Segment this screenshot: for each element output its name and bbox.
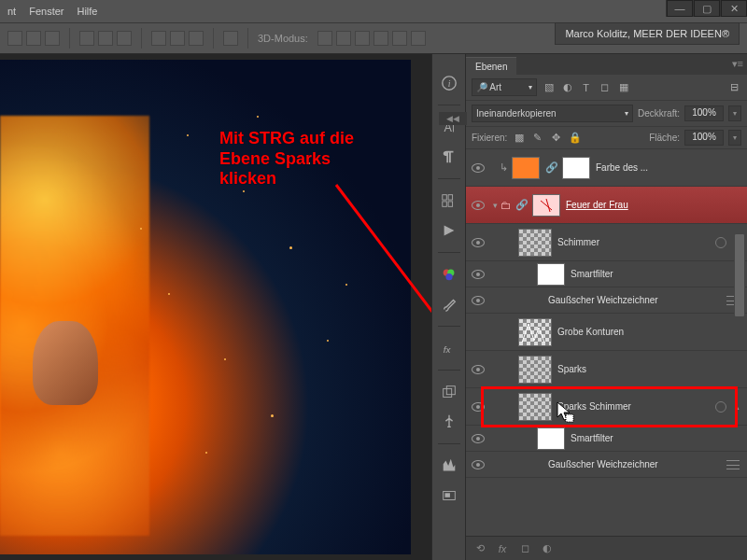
tab-ebenen[interactable]: Ebenen [466,57,516,75]
layer-name[interactable]: Smartfilter [571,269,613,279]
layer-thumb[interactable] [518,318,552,346]
layer-thumb[interactable] [518,393,552,421]
opacity-input[interactable]: 100% [684,105,724,121]
dock-collapse-button[interactable]: ◀◀ [439,112,467,125]
layer-row[interactable]: Smartfilter [466,261,747,287]
eye-icon[interactable] [472,365,485,374]
eye-icon[interactable] [472,460,485,469]
3d-icon[interactable] [336,31,351,46]
3d-icon[interactable] [374,31,388,46]
mask-thumb[interactable] [532,194,560,217]
panel-menu-icon[interactable]: ▾≡ [732,58,743,70]
distribute-icon[interactable] [151,31,166,46]
histogram-icon[interactable] [438,455,460,476]
lock-brush-icon[interactable]: ✎ [530,131,544,145]
minimize-button[interactable]: — [667,0,693,17]
layer-row[interactable]: Sparks Schimmer ▴ [466,388,747,426]
distribute-icon[interactable] [170,31,185,46]
eye-icon[interactable] [472,296,485,305]
fx-twisty-icon[interactable]: ▴ [735,402,740,412]
layer-filter-select[interactable]: 🔎 Art▾ [472,78,537,96]
3d-icon[interactable] [317,31,332,46]
eye-icon[interactable] [472,163,485,173]
layer-row[interactable]: Gaußscher Weichzeichner [466,452,747,478]
menu-item-hilfe[interactable]: Hilfe [77,6,97,17]
distribute-icon[interactable] [117,31,132,46]
scrollbar-thumb[interactable] [734,233,745,317]
canvas-area[interactable]: Mit STRG auf die Ebene Sparks klicken [0,54,431,560]
overlap-icon[interactable] [223,31,238,46]
lock-pixels-icon[interactable]: ▩ [512,131,526,145]
close-button[interactable]: ✕ [721,0,747,17]
fx-icon[interactable]: fx [494,541,511,556]
layer-name[interactable]: Grobe Konturen [557,327,624,337]
mask-thumb[interactable] [537,263,565,286]
adjustment-icon[interactable]: ◐ [539,541,556,556]
actions-icon[interactable] [438,220,460,241]
3d-icon[interactable] [355,31,370,46]
align-icon[interactable] [45,31,60,46]
filter-image-icon[interactable]: ▧ [542,80,556,94]
blend-mode-select[interactable]: Ineinanderkopieren▾ [472,105,633,122]
distribute-icon[interactable] [98,31,113,46]
clone-source-icon[interactable] [438,382,460,402]
user-badge[interactable]: Marco Kolditz, MEER DER IDEEN® [555,22,740,45]
filter-options-icon[interactable] [726,460,740,469]
3d-icon[interactable] [392,31,407,46]
eye-icon[interactable] [472,201,485,210]
brush-icon[interactable] [438,294,460,315]
layer-name[interactable]: Feuer der Frau [566,200,628,210]
smart-filter-indicator-icon[interactable] [715,237,726,248]
filter-shape-icon[interactable]: ◻ [598,80,612,94]
paragraph-icon[interactable] [438,147,460,167]
layer-name[interactable]: Schimmer [557,237,599,247]
fill-input[interactable]: 100% [684,130,724,146]
navigator-icon[interactable] [438,485,460,506]
eye-icon[interactable] [472,434,485,443]
menu-item-nt[interactable]: nt [7,6,16,17]
layer-group-row[interactable]: ▾ 🗀 🔗 Feuer der Frau [466,187,747,224]
layer-row[interactable]: Gaußscher Weichzeichner [466,287,747,314]
mask-thumb[interactable] [537,427,565,450]
twisty-icon[interactable]: ▾ [493,201,498,210]
mask-thumb[interactable] [562,157,590,179]
link-layers-icon[interactable]: ⟲ [472,541,488,556]
3d-icon[interactable] [411,31,426,46]
layer-row[interactable]: ↳ 🔗 Farbe des ... [466,149,747,187]
eye-icon[interactable] [472,402,485,412]
layer-row[interactable]: Smartfilter [466,426,747,452]
eye-icon[interactable] [472,270,485,279]
layer-name[interactable]: Farbe des ... [596,162,648,173]
info-icon[interactable]: i [438,73,460,93]
layer-row[interactable]: Schimmer ▴ [466,224,747,261]
smart-filter-indicator-icon[interactable] [715,401,726,413]
layer-name[interactable]: Gaußscher Weichzeichner [548,295,658,305]
distribute-icon[interactable] [189,31,204,46]
styles-icon[interactable]: fx [438,338,460,358]
layer-thumb[interactable] [518,356,552,384]
usb-icon[interactable] [438,412,460,432]
filter-smart-icon[interactable]: ▦ [616,80,630,94]
distribute-icon[interactable] [79,31,94,46]
filter-text-icon[interactable]: T [579,80,593,94]
layer-name[interactable]: Sparks [557,364,586,374]
opacity-stepper[interactable]: ▾ [728,105,741,121]
layer-thumb[interactable] [518,229,552,257]
glyphs-icon[interactable] [438,190,460,211]
eye-icon[interactable] [472,238,485,247]
align-icon[interactable] [7,31,22,46]
layer-row-sparks[interactable]: Sparks [466,351,747,388]
layer-row[interactable]: Grobe Konturen [466,314,747,351]
fill-stepper[interactable]: ▾ [728,130,741,146]
mask-icon[interactable]: ◻ [516,541,533,556]
lock-all-icon[interactable]: 🔒 [568,131,582,145]
menu-item-fenster[interactable]: Fenster [29,6,63,17]
layer-name[interactable]: Smartfilter [571,433,613,443]
lock-move-icon[interactable]: ✥ [549,131,563,145]
layer-name[interactable]: Gaußscher Weichzeichner [548,459,658,469]
filter-adjust-icon[interactable]: ◐ [560,80,574,94]
filter-toggle[interactable]: ⊟ [727,80,741,94]
swatches-icon[interactable] [438,264,460,285]
layer-thumb[interactable] [512,157,540,179]
align-icon[interactable] [26,31,41,46]
